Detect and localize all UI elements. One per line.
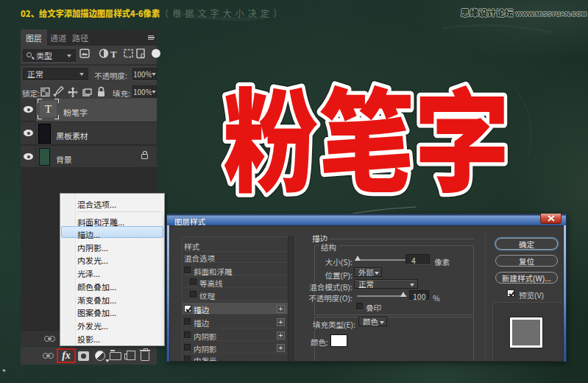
svg-text:T: T (110, 49, 117, 60)
svg-text:粉笔字: 粉笔字 (223, 66, 510, 215)
